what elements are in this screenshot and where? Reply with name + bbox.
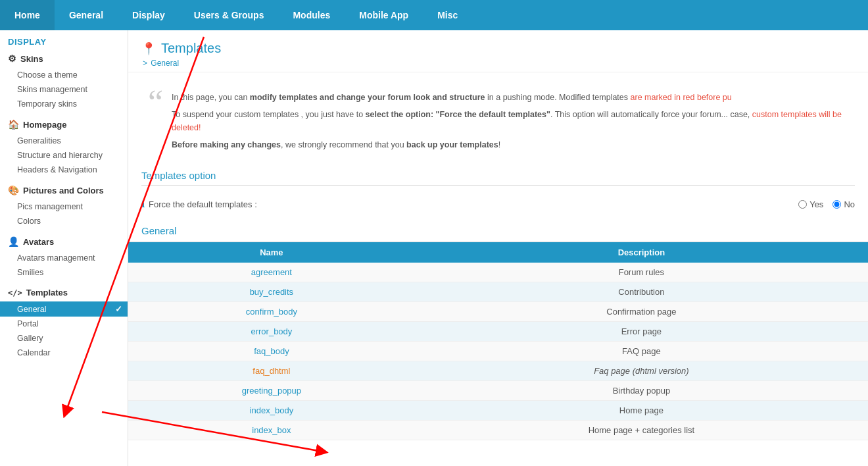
table-row: faq_bodyFAQ page [128, 342, 868, 361]
template-name[interactable]: index_box [128, 421, 415, 440]
sidebar-group-avatars: 👤 Avatars Avatars management Smilies [0, 232, 128, 280]
pictures-icon: 🎨 [8, 185, 19, 195]
table-row: greeting_popupBirthday popup [128, 381, 868, 401]
avatars-icon: 👤 [8, 236, 19, 247]
radio-yes-input[interactable] [798, 200, 807, 209]
template-description: Confirmation page [415, 302, 868, 322]
table-row: index_bodyHome page [128, 401, 868, 421]
sidebar-item-portal[interactable]: Portal [0, 317, 128, 331]
table-row: faq_dhtmlFaq page (dhtml version) [128, 361, 868, 381]
force-default-row: ℹ Force the default templates : Yes No [141, 194, 855, 215]
template-name[interactable]: index_body [128, 401, 415, 421]
general-section: General Name Description agreementForum … [128, 225, 868, 440]
sidebar-item-skins-mgmt[interactable]: Skins management [0, 82, 128, 97]
breadcrumb-general[interactable]: General [151, 59, 179, 68]
table-row: buy_creditsContribution [128, 282, 868, 302]
force-label: Force the default templates : [149, 199, 798, 209]
nav-home[interactable]: Home [0, 0, 55, 30]
homepage-icon: 🏠 [8, 119, 19, 130]
nav-mobile-app[interactable]: Mobile App [345, 0, 423, 30]
sidebar-section-display: DISPLAY [0, 30, 128, 49]
template-description: Home page [415, 401, 868, 421]
sidebar-item-structure[interactable]: Structure and hierarchy [0, 148, 128, 163]
layout: DISPLAY ⚙ Skins Choose a theme Skins man… [0, 30, 868, 466]
radio-no-label: No [844, 199, 855, 209]
sidebar-item-choose-theme[interactable]: Choose a theme [0, 68, 128, 82]
template-description: Birthday popup [415, 381, 868, 401]
nav-display[interactable]: Display [118, 0, 180, 30]
general-section-title: General [128, 225, 868, 242]
sidebar-item-generalities[interactable]: Generalities [0, 134, 128, 148]
template-description: Faq page (dhtml version) [415, 361, 868, 381]
table-row: error_bodyError page [128, 322, 868, 342]
nav-general[interactable]: General [55, 0, 118, 30]
sidebar: DISPLAY ⚙ Skins Choose a theme Skins man… [0, 30, 128, 466]
radio-no-input[interactable] [832, 200, 841, 209]
template-name[interactable]: confirm_body [128, 302, 415, 322]
nav-users-groups[interactable]: Users & Groups [180, 0, 279, 30]
sidebar-group-header-homepage[interactable]: 🏠 Homepage [0, 115, 128, 134]
top-nav: Home General Display Users & Groups Modu… [0, 0, 868, 30]
sidebar-item-avatars-mgmt[interactable]: Avatars management [0, 251, 128, 265]
nav-modules[interactable]: Modules [278, 0, 345, 30]
sidebar-group-skins: ⚙ Skins Choose a theme Skins management … [0, 49, 128, 111]
info-para1: In this page, you can modify templates a… [172, 91, 846, 104]
page-title: 📍 Templates [141, 41, 855, 56]
info-para2: To suspend your custom templates , you j… [172, 108, 846, 134]
sidebar-item-colors[interactable]: Colors [0, 214, 128, 228]
template-description: Error page [415, 322, 868, 342]
sidebar-group-header-templates[interactable]: </> Templates [0, 284, 128, 301]
table-row: agreementForum rules [128, 263, 868, 282]
homepage-label: Homepage [23, 120, 66, 130]
skins-label: Skins [20, 54, 43, 64]
template-name[interactable]: error_body [128, 322, 415, 342]
radio-yes-label: Yes [809, 199, 823, 209]
sidebar-item-headers-nav[interactable]: Headers & Navigation [0, 163, 128, 177]
sidebar-group-pictures-colors: 🎨 Pictures and Colors Pics management Co… [0, 181, 128, 228]
radio-group-force: Yes No [798, 199, 855, 209]
breadcrumb: > General [141, 59, 855, 68]
templates-option-section: Templates option ℹ Force the default tem… [141, 170, 855, 215]
radio-yes[interactable]: Yes [798, 199, 823, 209]
template-table: Name Description agreementForum rulesbuy… [128, 242, 868, 440]
skins-icon: ⚙ [8, 53, 16, 64]
table-row: confirm_bodyConfirmation page [128, 302, 868, 322]
template-name[interactable]: buy_credits [128, 282, 415, 302]
col-description: Description [415, 242, 868, 263]
template-description: FAQ page [415, 342, 868, 361]
page-header: 📍 Templates > General [128, 30, 868, 72]
template-description: Contribution [415, 282, 868, 302]
avatars-label: Avatars [23, 237, 54, 247]
pin-icon: 📍 [141, 41, 156, 56]
sidebar-group-header-pictures[interactable]: 🎨 Pictures and Colors [0, 181, 128, 199]
sidebar-item-general-tpl[interactable]: General [0, 301, 128, 317]
sidebar-item-gallery[interactable]: Gallery [0, 331, 128, 346]
template-name[interactable]: faq_body [128, 342, 415, 361]
sidebar-group-templates: </> Templates General Portal Gallery Cal… [0, 284, 128, 360]
sidebar-group-header-skins[interactable]: ⚙ Skins [0, 49, 128, 68]
sidebar-item-temp-skins[interactable]: Temporary skins [0, 97, 128, 111]
page-title-text: Templates [161, 41, 221, 56]
info-icon: ℹ [141, 199, 145, 209]
template-name[interactable]: greeting_popup [128, 381, 415, 401]
template-name[interactable]: agreement [128, 263, 415, 282]
info-para3: Before making any changes, we strongly r… [172, 138, 846, 151]
sidebar-item-pics-mgmt[interactable]: Pics management [0, 199, 128, 214]
template-name[interactable]: faq_dhtml [128, 361, 415, 381]
templates-icon: </> [8, 288, 22, 298]
templates-label: Templates [26, 288, 68, 298]
templates-option-title: Templates option [141, 170, 855, 186]
sidebar-group-homepage: 🏠 Homepage Generalities Structure and hi… [0, 115, 128, 177]
template-description: Home page + categories list [415, 421, 868, 440]
sidebar-group-header-avatars[interactable]: 👤 Avatars [0, 232, 128, 251]
pictures-label: Pictures and Colors [23, 186, 104, 195]
table-row: index_boxHome page + categories list [128, 421, 868, 440]
table-header-row: Name Description [128, 242, 868, 263]
col-name: Name [128, 242, 415, 263]
radio-no[interactable]: No [832, 199, 855, 209]
sidebar-item-calendar[interactable]: Calendar [0, 346, 128, 360]
nav-misc[interactable]: Misc [423, 0, 472, 30]
template-description: Forum rules [415, 263, 868, 282]
info-box: In this page, you can modify templates a… [141, 83, 855, 159]
sidebar-item-smilies[interactable]: Smilies [0, 265, 128, 280]
